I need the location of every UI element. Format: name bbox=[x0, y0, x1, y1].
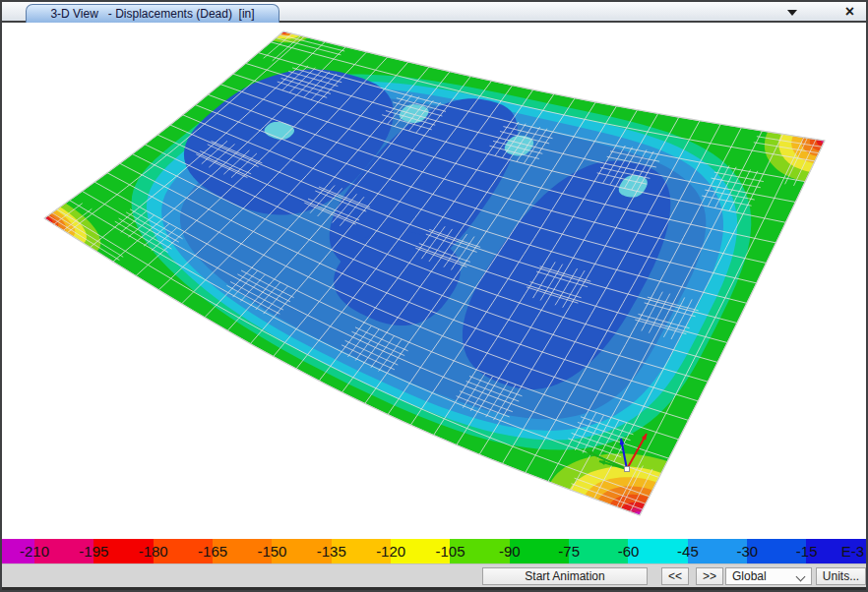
bottom-control-bar: Start Animation << >> Global Units... bbox=[2, 563, 866, 587]
3d-view-window: 3-D View - Displacements (Dead) [in] × -… bbox=[0, 0, 868, 592]
legend-scale-label: -180 bbox=[139, 543, 168, 560]
legend-scale-label: -165 bbox=[198, 543, 227, 560]
legend-scale-label: -120 bbox=[376, 543, 405, 560]
legend-scale-label: -210 bbox=[20, 543, 49, 560]
window-titlebar: 3-D View - Displacements (Dead) [in] × bbox=[2, 2, 866, 23]
step-back-button[interactable]: << bbox=[661, 567, 689, 585]
legend-scale-label: -135 bbox=[317, 543, 346, 560]
legend-scale-label: -60 bbox=[618, 543, 640, 560]
legend-scale-label: -195 bbox=[79, 543, 108, 560]
coordinate-system-dropdown[interactable]: Global bbox=[725, 567, 812, 585]
legend-scale-label: -30 bbox=[736, 543, 758, 560]
view-tab-title: 3-D View - Displacements (Dead) [in] bbox=[50, 7, 254, 21]
displacement-contour-plot bbox=[2, 23, 866, 539]
legend-exponent-label: E-3 bbox=[841, 543, 864, 560]
legend-scale-label: -75 bbox=[558, 543, 580, 560]
window-bottom-border bbox=[2, 587, 866, 590]
legend-scale-label: -150 bbox=[257, 543, 286, 560]
contour-scale-legend: -210-195-180-165-150-135-120-105-90-75-6… bbox=[2, 539, 866, 563]
3d-view-canvas[interactable] bbox=[2, 23, 866, 539]
view-tab[interactable]: 3-D View - Displacements (Dead) [in] bbox=[26, 4, 279, 23]
step-forward-button[interactable]: >> bbox=[696, 567, 723, 585]
units-button[interactable]: Units... bbox=[816, 567, 866, 585]
legend-scale-label: -90 bbox=[499, 543, 521, 560]
chevron-down-icon bbox=[796, 572, 806, 582]
coordinate-system-value: Global bbox=[732, 569, 767, 583]
legend-scale-label: -15 bbox=[796, 543, 818, 560]
axes-origin-node bbox=[625, 467, 630, 472]
legend-scale-label: -105 bbox=[435, 543, 465, 560]
dropdown-arrow-icon[interactable] bbox=[787, 10, 797, 16]
close-icon[interactable]: × bbox=[845, 2, 854, 21]
start-animation-button[interactable]: Start Animation bbox=[482, 567, 648, 585]
legend-scale-label: -45 bbox=[677, 543, 699, 560]
